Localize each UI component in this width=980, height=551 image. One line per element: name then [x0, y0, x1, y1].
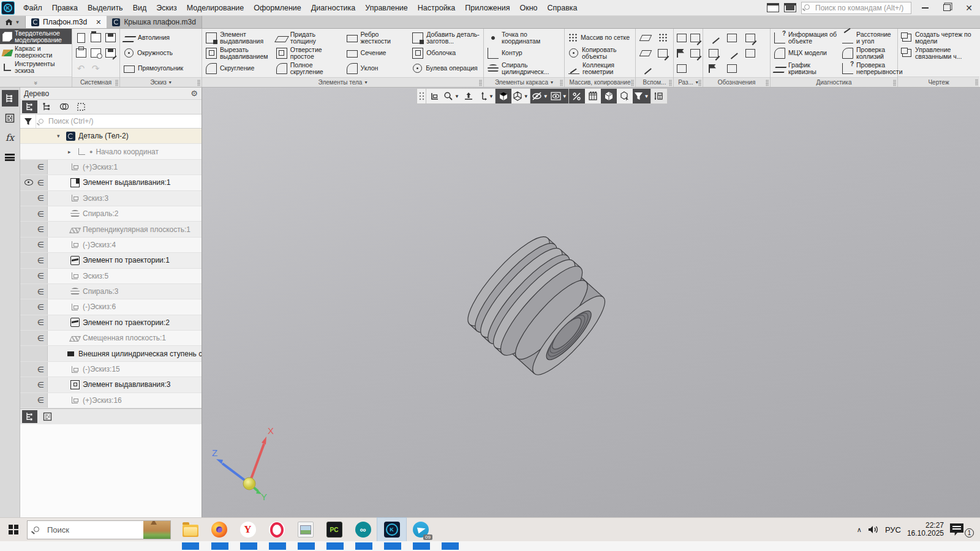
shell-button[interactable]: Оболочка — [410, 45, 482, 61]
tree-item[interactable]: ∈ (-)Эскиз:4 — [20, 238, 202, 253]
grid-array-button[interactable]: Массив по сетке — [566, 30, 634, 45]
sketch-mode-button[interactable] — [426, 89, 442, 103]
geometry-collection-button[interactable]: Коллекция геометрии — [566, 61, 634, 76]
autoline-button[interactable]: Автолиния — [121, 30, 200, 45]
sketch-pen-icon[interactable] — [690, 34, 700, 42]
tree-documents-button[interactable] — [56, 100, 72, 113]
save-as-icon[interactable] — [105, 48, 116, 58]
tree-item[interactable]: ∈ Элемент выдавливания:1 — [20, 175, 202, 190]
zoom-tool-button[interactable]: ▼ — [442, 89, 461, 103]
parallel-plane-icon[interactable] — [639, 50, 652, 56]
notification-icon[interactable] — [950, 523, 963, 536]
circle-button[interactable]: Окружность — [121, 45, 200, 61]
tree-item[interactable]: Внешняя цилиндрическая ступень с — [20, 346, 202, 361]
hide-objects-button[interactable]: ▼ — [530, 89, 549, 103]
tree-item[interactable]: ∈ Элемент по траектории:1 — [20, 253, 202, 268]
draft-button[interactable]: Уклон — [344, 61, 410, 76]
cylindrical-spiral-button[interactable]: Спираль цилиндрическ... — [485, 61, 563, 76]
cut-extrude-button[interactable]: Вырезать выдавливанием — [203, 45, 274, 61]
tree-item[interactable]: ∈ Спираль:2 — [20, 206, 202, 222]
taskbar-explorer[interactable] — [176, 518, 205, 541]
viewport-3d[interactable]: ▼ ▼ ▼ ▼ ▼ ▼ — [202, 88, 980, 517]
redo-icon[interactable]: ↷ — [92, 64, 100, 73]
shaded-display-button[interactable] — [496, 89, 511, 103]
extrude-button[interactable]: Элемент выдавливания — [203, 30, 274, 45]
group-grip[interactable] — [975, 79, 978, 86]
command-search-input[interactable] — [801, 2, 911, 14]
new-document-icon[interactable] — [77, 33, 85, 43]
group-grip[interactable] — [766, 80, 769, 86]
filter-objects-button[interactable]: ▼ — [633, 89, 650, 103]
model-appearance-button[interactable] — [601, 89, 617, 103]
mode-sketch-tools[interactable]: Инструменты эскиза — [0, 59, 72, 75]
mode-panel-expander[interactable]: » — [0, 77, 72, 87]
start-button[interactable] — [0, 518, 27, 541]
section-button[interactable]: Сечение — [344, 45, 410, 61]
local-cs-icon[interactable] — [658, 49, 668, 58]
print-preview-icon[interactable] — [91, 48, 101, 58]
menu-diagnostics[interactable]: Диагностика — [306, 0, 360, 16]
screen-settings-icon[interactable] — [784, 3, 796, 12]
print-icon[interactable] — [76, 48, 86, 58]
tree-item[interactable]: ∈ Перпендикулярная плоскость:1 — [20, 222, 202, 237]
wireframe-display-button[interactable]: ▼ — [511, 89, 530, 103]
tab-plafon[interactable]: Плафон.m3d ✕ — [26, 16, 107, 28]
tree-relations-view-button[interactable] — [39, 100, 55, 113]
continuity-check-button[interactable]: Проверка непрерывности — [840, 61, 896, 76]
curvature-graph-button[interactable]: График кривизны — [772, 61, 840, 76]
base-designation-icon[interactable] — [745, 49, 755, 58]
tree-item[interactable]: ∈ Элемент выдавливания:3 — [20, 377, 202, 392]
menu-select[interactable]: Выделить — [83, 0, 128, 16]
kompas-app-icon[interactable]: K — [1, 1, 15, 15]
panel-menu-button[interactable] — [2, 149, 18, 165]
tree-item[interactable]: ∈ Элемент по траектории:2 — [20, 315, 202, 331]
hole-axis-icon[interactable] — [727, 34, 737, 42]
language-indicator[interactable]: РУС — [885, 525, 901, 534]
detail-view-icon[interactable] — [677, 64, 687, 73]
taskbar-yandex[interactable]: Y — [233, 518, 262, 541]
tree-item[interactable]: ∈ (-)Эскиз:15 — [20, 362, 202, 377]
mode-wireframe-surfaces[interactable]: Каркас и поверхности — [0, 44, 72, 59]
create-drawing-button[interactable]: Создать чертеж по модели — [899, 30, 978, 45]
tree-item[interactable]: ∈ (+)Эскиз:1 — [20, 160, 202, 175]
group-grip[interactable] — [479, 80, 482, 86]
taskbar-kompas[interactable] — [377, 518, 406, 541]
tree-search-input[interactable] — [36, 117, 202, 126]
tray-expand-icon[interactable]: ∧ — [857, 526, 862, 534]
visibility-eye-icon[interactable] — [24, 179, 33, 186]
note-pen-icon[interactable] — [690, 49, 700, 58]
group-grip[interactable] — [197, 80, 200, 86]
taskbar-opera[interactable] — [262, 518, 291, 541]
group-grip[interactable] — [893, 80, 896, 86]
fillet-button[interactable]: Скругление — [203, 61, 274, 76]
tree-item[interactable]: ∈ Спираль:3 — [20, 284, 202, 299]
menu-sketch[interactable]: Эскиз — [151, 0, 181, 16]
taskbar-clock[interactable]: 22:27 16.10.2025 — [907, 522, 944, 538]
interface-layout-icon[interactable] — [767, 3, 779, 12]
tree-panel-tab[interactable] — [2, 90, 18, 107]
tree-item[interactable]: ∈ Смещенная плоскость:1 — [20, 331, 202, 346]
grip-handle[interactable] — [417, 89, 426, 103]
group-grip[interactable] — [115, 80, 118, 86]
tree-item-origin[interactable]: ▸ ● Начало координат — [20, 144, 202, 159]
menu-modeling[interactable]: Моделирование — [182, 0, 249, 16]
maximize-button[interactable] — [938, 1, 956, 15]
close-button[interactable]: ✕ — [960, 1, 978, 15]
scene-settings-button[interactable] — [617, 89, 633, 103]
tree-item[interactable]: ∈ (+)Эскиз:16 — [20, 393, 202, 408]
grid-settings-button[interactable] — [585, 89, 601, 103]
mode-solid-modeling[interactable]: Твердотельное моделирование — [0, 29, 72, 44]
taskbar-firefox[interactable] — [205, 518, 233, 541]
section-view-icon[interactable] — [677, 34, 687, 42]
tree-item[interactable]: ∈ Эскиз:3 — [20, 191, 202, 206]
tree-structure-view-button[interactable] — [22, 100, 37, 113]
variables-panel-tab[interactable]: fx — [2, 129, 18, 146]
parameters-panel-tab[interactable] — [2, 110, 18, 126]
menu-applications[interactable]: Приложения — [460, 0, 514, 16]
taskbar-search[interactable] — [27, 520, 171, 539]
auxiliary-plane-icon[interactable] — [639, 35, 652, 41]
expander-icon[interactable]: ▾ — [57, 133, 63, 139]
marker-flag-icon[interactable] — [709, 64, 718, 73]
menu-edit[interactable]: Правка — [47, 0, 83, 16]
copy-objects-button[interactable]: Копировать объекты — [566, 45, 634, 61]
